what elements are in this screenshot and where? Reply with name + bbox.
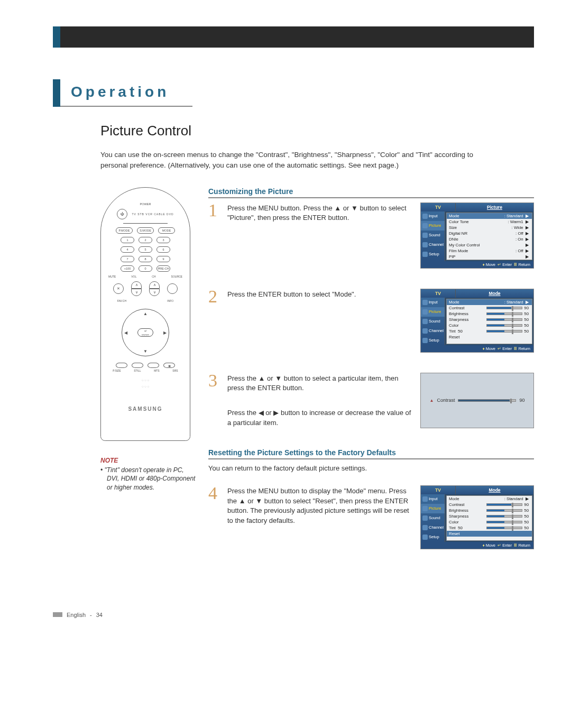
- osd-main-list: Mode: Standard ▶ Contrast90 Brightness50…: [446, 495, 532, 541]
- ch-down-icon: ∨: [149, 289, 160, 296]
- step-number: 2: [208, 289, 222, 305]
- osd-hints: ♦ Move ↵ Enter Ⅲ Return: [421, 261, 533, 268]
- reset-heading: Resetting the Picture Settings to the Fa…: [208, 448, 534, 459]
- osd-tv-label: TV: [421, 203, 456, 211]
- step-row-2: 2 Press the ENTER button to select "Mode…: [208, 289, 534, 353]
- intro-text: You can use the on-screen menus to chang…: [100, 150, 492, 171]
- btn-prech: PRE-CH: [156, 265, 170, 272]
- step-number: 3: [208, 373, 222, 394]
- footer-page: 34: [96, 612, 103, 618]
- favch-label: FAV.CH: [117, 299, 126, 302]
- psize-button: [116, 363, 127, 368]
- osd-tab-sound: Sound: [421, 231, 445, 240]
- arrow-left-icon: ◀: [124, 330, 127, 335]
- step-number: 1: [208, 202, 222, 219]
- osd-tab-picture: Picture: [421, 307, 445, 317]
- mode-button: MODE: [158, 227, 175, 234]
- vol-label: VOL: [131, 275, 136, 278]
- input-icon: [422, 214, 428, 219]
- customize-heading: Customizing the Picture: [208, 187, 534, 198]
- source-button: [167, 283, 178, 294]
- osd-hints: ♦ Move ↵ Enter Ⅲ Return: [421, 345, 533, 352]
- remote-illustration: POWER ⏻ TV STB VCR CABLE DVD P.MODE S.MO…: [100, 187, 190, 441]
- osd-tab-picture: Picture: [421, 221, 445, 231]
- osd-hints: ♦ Move ↵ Enter Ⅲ Return: [421, 542, 533, 549]
- arrow-up-icon: ▲: [143, 311, 148, 316]
- step-text-extra: Press the ◀ or ▶ button to increase or d…: [227, 407, 413, 428]
- setup-icon: [422, 252, 428, 257]
- picture-icon: [422, 223, 428, 228]
- still-label: STILL: [134, 369, 141, 372]
- osd-tab-setup: Setup: [421, 336, 445, 345]
- note-title: NOTE: [100, 457, 196, 464]
- osd-contrast-adjust: ▲ Contrast 90: [420, 373, 534, 428]
- osd-sidebar: Input Picture Sound Channel Setup: [421, 298, 445, 345]
- osd-sidebar: Input Picture Sound Channel Setup: [421, 211, 445, 261]
- osd-tab-input: Input: [421, 298, 445, 307]
- device-labels: TV STB VCR CABLE DVD: [132, 213, 173, 216]
- sound-icon: [422, 233, 428, 238]
- osd-tab-setup: Setup: [421, 250, 445, 259]
- btn-plus100: +100: [121, 265, 134, 272]
- num-7: 7: [121, 256, 134, 262]
- step-row-1: 1 Press the MENU button. Press the ▲ or …: [208, 202, 534, 269]
- osd-picture-menu: TVPicture Input Picture Sound Channel Se…: [420, 202, 534, 269]
- num-4: 4: [121, 246, 134, 253]
- num-0: 0: [139, 265, 152, 272]
- step-text: Press the MENU button. Press the ▲ or ▼ …: [227, 202, 413, 224]
- osd-tab-sound: Sound: [421, 513, 445, 523]
- num-6: 6: [156, 246, 170, 253]
- mts-button: [148, 363, 159, 368]
- pmode-button: P.MODE: [116, 227, 133, 234]
- step-text: Press the MENU button to display the "Mo…: [227, 485, 413, 526]
- osd-tab-setup: Setup: [421, 532, 445, 542]
- num-8: 8: [139, 256, 152, 262]
- adjust-slider: [458, 399, 516, 402]
- arrow-down-icon: ▼: [143, 349, 148, 354]
- page-title: Picture Control: [100, 123, 534, 139]
- osd-menu-title: Mode: [456, 486, 533, 494]
- content-area: Operation Picture Control You can use th…: [53, 79, 534, 569]
- ch-label: CH: [152, 275, 155, 278]
- osd-menu-title: Mode: [456, 289, 533, 298]
- step-row-4: 4 Press the MENU button to display the "…: [208, 485, 534, 549]
- left-column: POWER ⏻ TV STB VCR CABLE DVD P.MODE S.MO…: [100, 187, 196, 569]
- adjust-value: 90: [519, 398, 524, 403]
- osd-tab-input: Input: [421, 494, 445, 504]
- smode-button: S.MODE: [137, 227, 154, 234]
- step-row-3: 3 Press the ▲ or ▼ button to select a pa…: [208, 373, 534, 428]
- osd-tab-channel: Channel: [421, 523, 445, 532]
- source-label: SOURCE: [171, 275, 182, 278]
- arrow-right-icon: ▶: [163, 330, 167, 335]
- mts-label: MTS: [154, 369, 160, 372]
- step-number: 4: [208, 485, 222, 502]
- num-1: 1: [121, 237, 134, 243]
- num-5: 5: [139, 246, 152, 253]
- note-text: "Tint" doesn't operate in PC, DVI, HDMI …: [107, 466, 196, 492]
- info-label: INFO: [167, 299, 173, 302]
- ch-up-icon: ∧: [149, 281, 160, 289]
- footer-bar-icon: [53, 612, 62, 617]
- vol-up-icon: ∧: [131, 281, 142, 289]
- section-title: Operation: [60, 79, 192, 107]
- adjust-label: Contrast: [437, 398, 455, 403]
- dots-icon: ○ ○ ○: [142, 379, 149, 382]
- srs-label: SRS: [172, 369, 178, 372]
- osd-tv-label: TV: [421, 486, 456, 494]
- osd-tab-sound: Sound: [421, 317, 445, 326]
- arrow-up-icon: ▲: [430, 398, 434, 403]
- osd-tab-picture: Picture: [421, 504, 445, 513]
- brand-logo: SAMSUNG: [128, 406, 162, 412]
- page: Operation Picture Control You can use th…: [0, 26, 571, 618]
- osd-tv-label: TV: [421, 289, 456, 298]
- osd-tab-channel: Channel: [421, 326, 445, 336]
- num-9: 9: [156, 256, 170, 262]
- step-text: Press the ▲ or ▼ button to select a part…: [227, 373, 413, 394]
- reset-intro: You can return to the factory default pi…: [208, 464, 534, 474]
- enter-button: ↵ENTER: [137, 328, 153, 337]
- mute-label: MUTE: [108, 275, 116, 278]
- step-text: Press the ENTER button to select "Mode".: [227, 289, 356, 300]
- osd-main-list: Mode: Standard ▶ Color Tone: Warm1 ▶ Siz…: [446, 213, 532, 260]
- section-header: Operation: [53, 79, 534, 107]
- dots-icon-2: ○ ○ ○: [142, 385, 149, 388]
